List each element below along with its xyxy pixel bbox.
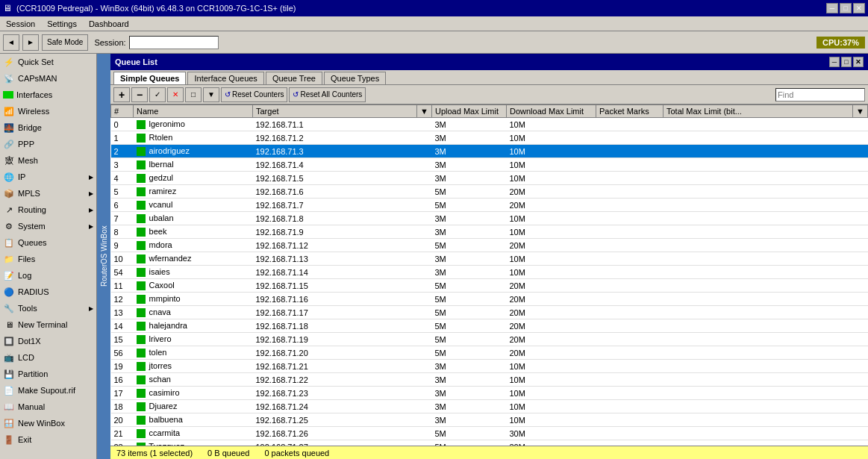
sidebar-item-capsman[interactable]: 📡 CAPsMAN <box>0 70 96 87</box>
col-num[interactable]: # <box>111 105 134 118</box>
actions-bar: + − ✓ ✕ □ ▼ ↺ Reset Counters ↺ Reset All… <box>110 85 868 104</box>
system-icon: ⚙ <box>3 220 15 232</box>
table-row[interactable]: 0 lgeronimo 192.168.71.1 3M 10M <box>111 118 868 131</box>
maximize-button[interactable]: □ <box>840 3 852 13</box>
back-button[interactable]: ◄ <box>3 34 19 51</box>
sidebar-item-quickset[interactable]: ⚡ Quick Set <box>0 54 96 70</box>
table-row[interactable]: 2 airodriguez 192.168.71.3 3M 10M <box>111 145 868 158</box>
table-row[interactable]: 16 schan 192.168.71.22 3M 10M <box>111 373 868 387</box>
queue-table-container[interactable]: # Name Target ▼ Upload Max Limit Downloa… <box>110 104 868 446</box>
sidebar-item-tools[interactable]: 🔧 Tools ▶ <box>0 300 96 316</box>
status-icon <box>137 335 146 344</box>
cell-download: 10M <box>507 212 596 225</box>
sidebar-item-mpls[interactable]: 📦 MPLS ▶ <box>0 185 96 202</box>
table-row[interactable]: 5 ramirez 192.168.71.6 5M 20M <box>111 185 868 199</box>
col-upload[interactable]: Upload Max Limit <box>432 105 507 118</box>
table-row[interactable]: 4 gedzul 192.168.71.5 3M 10M <box>111 172 868 185</box>
col-sort[interactable]: ▼ <box>417 105 432 118</box>
table-row[interactable]: 19 jtorres 192.168.71.21 3M 10M <box>111 360 868 373</box>
table-row[interactable]: 9 mdora 192.168.71.12 5M 20M <box>111 239 868 252</box>
enable-button[interactable]: ✓ <box>149 87 166 102</box>
table-row[interactable]: 18 Djuarez 192.168.71.24 3M 10M <box>111 400 868 413</box>
cell-target: 192.168.71.23 <box>253 387 417 400</box>
sidebar-item-new-winbox[interactable]: 🪟 New WinBox <box>0 415 96 431</box>
reset-counters-button[interactable]: ↺ Reset Counters <box>221 87 287 102</box>
minimize-button[interactable]: ─ <box>826 3 838 13</box>
table-row[interactable]: 7 ubalan 192.168.71.8 3M 10M <box>111 212 868 225</box>
sidebar-item-routing[interactable]: ↗ Routing ▶ <box>0 202 96 218</box>
menu-dashboard[interactable]: Dashboard <box>86 19 132 29</box>
tab-queue-tree[interactable]: Queue Tree <box>266 72 322 84</box>
sidebar-item-ip[interactable]: 🌐 IP ▶ <box>0 169 96 185</box>
queue-minimize-button[interactable]: ─ <box>829 57 840 67</box>
find-input[interactable] <box>775 88 865 102</box>
table-row[interactable]: 8 beek 192.168.71.9 3M 10M <box>111 225 868 239</box>
sidebar-item-mesh[interactable]: 🕸 Mesh <box>0 152 96 169</box>
sidebar-item-interfaces[interactable]: Interfaces <box>0 87 96 103</box>
table-row[interactable]: 20 balbuena 192.168.71.25 3M 10M <box>111 413 868 427</box>
table-row[interactable]: 15 lrivero 192.168.71.19 5M 20M <box>111 333 868 346</box>
table-row[interactable]: 6 vcanul 192.168.71.7 5M 20M <box>111 199 868 212</box>
table-row[interactable]: 14 halejandra 192.168.71.18 5M 20M <box>111 319 868 333</box>
sidebar-item-radius[interactable]: 🔵 RADIUS <box>0 284 96 300</box>
safe-mode-button[interactable]: Safe Mode <box>42 34 88 51</box>
table-row[interactable]: 1 Rtolen 192.168.71.2 3M 10M <box>111 131 868 145</box>
queue-close-button[interactable]: ✕ <box>853 57 864 67</box>
tab-queue-types[interactable]: Queue Types <box>324 72 386 84</box>
sidebar-item-exit[interactable]: 🚪 Exit <box>0 431 96 448</box>
cell-num: 15 <box>111 333 134 346</box>
sidebar-item-make-supout[interactable]: 📄 Make Supout.rif <box>0 382 96 399</box>
cell-target: 192.168.71.3 <box>253 145 417 158</box>
tab-simple-queues[interactable]: Simple Queues <box>113 72 186 84</box>
table-row[interactable]: 56 tolen 192.168.71.20 5M 20M <box>111 346 868 360</box>
table-row[interactable]: 10 wfernandez 192.168.71.13 3M 10M <box>111 252 868 266</box>
close-button[interactable]: ✕ <box>853 3 865 13</box>
table-row[interactable]: 13 cnava 192.168.71.17 5M 20M <box>111 306 868 319</box>
menu-settings[interactable]: Settings <box>44 19 80 29</box>
col-target[interactable]: Target <box>253 105 417 118</box>
remove-button[interactable]: − <box>131 87 148 102</box>
col-packets[interactable]: Packet Marks <box>596 105 664 118</box>
cell-empty <box>417 225 432 239</box>
table-row[interactable]: 11 Caxool 192.168.71.15 5M 20M <box>111 279 868 293</box>
sidebar-item-dot1x[interactable]: 🔲 Dot1X <box>0 333 96 349</box>
sidebar-item-queues[interactable]: 📋 Queues <box>0 234 96 251</box>
table-row[interactable]: 17 casimiro 192.168.71.23 3M 10M <box>111 387 868 400</box>
reset-all-counters-button[interactable]: ↺ Reset All Counters <box>289 87 366 102</box>
col-download[interactable]: Download Max Limit <box>507 105 596 118</box>
table-row[interactable]: 54 isaies 192.168.71.14 3M 10M <box>111 266 868 279</box>
cell-name: wfernandez <box>134 252 253 266</box>
add-button[interactable]: + <box>113 87 130 102</box>
filter-button[interactable]: ▼ <box>203 87 219 102</box>
disable-button[interactable]: ✕ <box>167 87 184 102</box>
queue-maximize-button[interactable]: □ <box>841 57 852 67</box>
col-total[interactable]: Total Max Limit (bit... <box>664 105 853 118</box>
sidebar-item-bridge[interactable]: 🌉 Bridge <box>0 119 96 136</box>
col-expand[interactable]: ▼ <box>853 105 868 118</box>
sidebar-item-files[interactable]: 📁 Files <box>0 251 96 267</box>
cell-num: 12 <box>111 293 134 306</box>
table-row[interactable]: 3 lbernal 192.168.71.4 3M 10M <box>111 158 868 172</box>
sidebar-item-system[interactable]: ⚙ System ▶ <box>0 218 96 234</box>
table-row[interactable]: 23 Tvazquez 192.168.71.27 5M 30M <box>111 440 868 446</box>
sidebar-item-new-terminal[interactable]: 🖥 New Terminal <box>0 316 96 333</box>
log-icon: 📝 <box>3 269 15 281</box>
sidebar-item-label: IP <box>18 172 25 181</box>
sidebar-item-log[interactable]: 📝 Log <box>0 267 96 284</box>
table-row[interactable]: 12 mmpinto 192.168.71.16 5M 20M <box>111 293 868 306</box>
sidebar-item-partition[interactable]: 💾 Partition <box>0 366 96 382</box>
cell-target: 192.168.71.18 <box>253 319 417 333</box>
forward-button[interactable]: ► <box>22 34 39 51</box>
menu-session[interactable]: Session <box>3 19 38 29</box>
cell-upload: 5M <box>432 319 507 333</box>
sidebar-item-wireless[interactable]: 📶 Wireless <box>0 103 96 119</box>
table-row[interactable]: 21 ccarmita 192.168.71.26 5M 30M <box>111 427 868 440</box>
tab-interface-queues[interactable]: Interface Queues <box>187 72 263 84</box>
cell-num: 13 <box>111 306 134 319</box>
sidebar-item-manual[interactable]: 📖 Manual <box>0 399 96 415</box>
col-name[interactable]: Name <box>134 105 253 118</box>
sidebar-item-lcd[interactable]: 📺 LCD <box>0 349 96 366</box>
session-input[interactable] <box>129 36 219 49</box>
copy-button[interactable]: □ <box>185 87 202 102</box>
sidebar-item-ppp[interactable]: 🔗 PPP <box>0 136 96 152</box>
